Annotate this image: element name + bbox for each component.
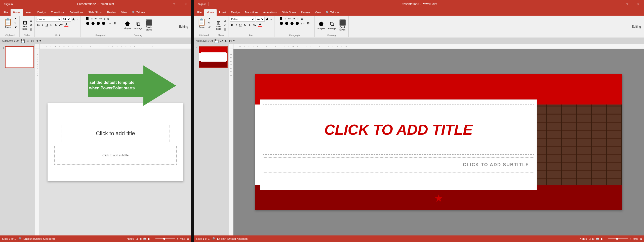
numbering-btn-left[interactable]: ≡ bbox=[90, 17, 93, 21]
tab-tellme-left[interactable]: 🔍 Tell me bbox=[130, 9, 148, 16]
normal-view-right[interactable]: ⊟ bbox=[588, 237, 591, 240]
font-family-select-left[interactable]: Calibri bbox=[36, 17, 61, 22]
window-minimize-right[interactable]: ─ bbox=[609, 0, 621, 8]
align-right-btn-right[interactable]: ⬤ bbox=[290, 21, 294, 25]
tab-design-left[interactable]: Design bbox=[35, 9, 49, 16]
indent-dec-btn-right[interactable]: ⇤ bbox=[288, 17, 292, 21]
zoom-in-right[interactable]: + bbox=[630, 237, 631, 240]
tab-view-right[interactable]: View bbox=[312, 9, 324, 16]
qat-more-left[interactable]: ▾ bbox=[39, 39, 41, 43]
zoom-slider-right[interactable] bbox=[608, 238, 628, 239]
bold-btn-left[interactable]: B bbox=[36, 23, 41, 27]
quick-styles-btn-right[interactable]: ⬛ Quick Styles bbox=[338, 19, 347, 32]
columns-btn-left[interactable]: ⧉ bbox=[106, 17, 110, 21]
align-left-btn-left[interactable]: ⬤ bbox=[85, 21, 90, 25]
tab-home-left[interactable]: Home bbox=[11, 9, 23, 16]
underline-btn-left[interactable]: U bbox=[45, 23, 49, 27]
slide-layout-btn-right[interactable]: ⊟ bbox=[223, 19, 227, 23]
indent-dec-btn-left[interactable]: ⇤ bbox=[94, 17, 98, 21]
tab-view-left[interactable]: View bbox=[119, 9, 130, 16]
font-color-btn-left[interactable]: A bbox=[64, 22, 69, 27]
sign-in-button-right[interactable]: Sign in bbox=[196, 2, 209, 6]
tab-transitions-right[interactable]: Transitions bbox=[242, 9, 261, 16]
save-btn-left[interactable]: 💾 bbox=[21, 39, 25, 43]
align-right-btn-left[interactable]: ⬤ bbox=[96, 21, 101, 25]
align-center-btn-right[interactable]: ⬤ bbox=[284, 21, 289, 25]
text-dir-btn-right[interactable]: ↕ bbox=[297, 17, 300, 20]
numbering-btn-right[interactable]: ≡ bbox=[284, 17, 287, 21]
font-size-select-left[interactable]: 24 bbox=[62, 17, 71, 22]
justify-btn-right[interactable]: ⬤ bbox=[295, 21, 300, 25]
font-size-down-right[interactable]: a bbox=[270, 17, 273, 21]
save-btn-right[interactable]: 💾 bbox=[214, 39, 219, 43]
qat-more-right[interactable]: ▾ bbox=[233, 39, 235, 43]
font-color-btn-right[interactable]: A bbox=[258, 22, 262, 27]
zoom-out-right[interactable]: ─ bbox=[605, 237, 607, 240]
shapes-btn-right[interactable]: ⬟ Shapes bbox=[316, 20, 326, 30]
underline-btn-right[interactable]: U bbox=[238, 23, 243, 27]
text-dir-btn-left[interactable]: ↕ bbox=[103, 17, 106, 20]
tab-home-right[interactable]: Home bbox=[204, 9, 217, 16]
tab-transitions-left[interactable]: Transitions bbox=[49, 9, 67, 16]
smartart-btn-right[interactable]: ⊞ bbox=[306, 21, 310, 25]
slide-reset-btn-right[interactable]: ↺ bbox=[223, 23, 227, 27]
tab-animations-left[interactable]: Animations bbox=[67, 9, 86, 16]
tab-insert-right[interactable]: Insert bbox=[217, 9, 229, 16]
tab-file-left[interactable]: File bbox=[1, 9, 11, 16]
tab-tellme-right[interactable]: 🔍 Tell me bbox=[323, 9, 341, 16]
window-maximize-left[interactable]: □ bbox=[168, 0, 180, 8]
subtitle-text-box-right[interactable]: CLICK TO ADD SUBTITLE bbox=[263, 157, 534, 172]
title-placeholder-left[interactable]: Click to add title bbox=[61, 125, 170, 142]
slideshow-view-right[interactable]: ▶ bbox=[601, 237, 603, 240]
text-shadow-btn-right[interactable]: S bbox=[248, 23, 251, 26]
align-left-btn-right[interactable]: ⬤ bbox=[279, 21, 284, 25]
slide-section-btn-right[interactable]: ▤ bbox=[223, 27, 227, 31]
subtitle-placeholder-left[interactable]: Click to add subtitle bbox=[54, 146, 177, 165]
paste-button-left[interactable]: 📋 Paste bbox=[3, 17, 13, 33]
presenter-btn-right[interactable]: ⊡ bbox=[229, 39, 232, 43]
paste-button-right[interactable]: 📋 Paste bbox=[196, 17, 207, 33]
tab-slideshow-left[interactable]: Slide Show bbox=[86, 9, 105, 16]
font-size-up-left[interactable]: A bbox=[71, 17, 75, 21]
tab-slideshow-right[interactable]: Slide Show bbox=[279, 9, 298, 16]
zoom-out-left[interactable]: ─ bbox=[152, 237, 154, 240]
normal-view-left[interactable]: ⊟ bbox=[136, 237, 138, 240]
zoom-in-left[interactable]: + bbox=[177, 237, 178, 240]
text-shadow-btn-left[interactable]: S bbox=[54, 23, 58, 26]
indent-inc-btn-left[interactable]: ⇥ bbox=[98, 17, 102, 21]
italic-btn-right[interactable]: I bbox=[235, 23, 238, 27]
justify-btn-left[interactable]: ⬤ bbox=[101, 21, 106, 25]
undo-btn-right[interactable]: ↩ bbox=[220, 39, 223, 43]
new-slide-button-left[interactable]: ⊞ New Slide bbox=[21, 19, 29, 31]
tab-insert-left[interactable]: Insert bbox=[23, 9, 35, 16]
line-spacing-btn-right[interactable]: ↕↔ bbox=[300, 21, 306, 25]
char-spacing-btn-right[interactable]: AV bbox=[252, 23, 258, 26]
slide-sorter-left[interactable]: ⊞ bbox=[139, 237, 142, 240]
cut-button-right[interactable]: ✂ bbox=[208, 17, 212, 20]
bullets-btn-left[interactable]: ☰ bbox=[85, 17, 90, 21]
line-spacing-btn-left[interactable]: ↕↔ bbox=[106, 21, 112, 25]
copy-button-right[interactable]: ⧉ bbox=[208, 21, 212, 25]
window-close-left[interactable]: ✕ bbox=[180, 0, 191, 8]
redo-btn-right[interactable]: ↻ bbox=[225, 39, 228, 43]
copy-button-left[interactable]: ⧉ bbox=[14, 21, 18, 25]
window-minimize-left[interactable]: ─ bbox=[156, 0, 168, 8]
undo-btn-left[interactable]: ↩ bbox=[26, 39, 29, 43]
slide-layout-btn[interactable]: ⊟ bbox=[29, 19, 33, 23]
language-left[interactable]: English (United Kingdom) bbox=[23, 237, 55, 240]
shapes-btn-left[interactable]: ⬟ Shapes bbox=[123, 20, 132, 30]
bold-btn-right[interactable]: B bbox=[230, 23, 234, 27]
strikethrough-btn-right[interactable]: S̶ bbox=[243, 23, 247, 27]
font-size-up-right[interactable]: A bbox=[265, 17, 269, 21]
font-size-down-left[interactable]: a bbox=[76, 17, 79, 21]
italic-btn-left[interactable]: I bbox=[41, 23, 44, 27]
notes-btn-left[interactable]: Notes bbox=[127, 237, 134, 240]
slide-sorter-right[interactable]: ⊞ bbox=[592, 237, 594, 240]
slideshow-view-left[interactable]: ▶ bbox=[148, 237, 150, 240]
notes-btn-right[interactable]: Notes bbox=[580, 237, 587, 240]
align-center-btn-left[interactable]: ⬤ bbox=[91, 21, 95, 25]
accessibility-icon-left[interactable]: 🔎 bbox=[18, 237, 21, 240]
accessibility-icon-right[interactable]: 🔎 bbox=[212, 237, 215, 240]
slide-canvas-left[interactable]: Click to add title Click to add subtitle bbox=[48, 103, 183, 181]
columns-btn-right[interactable]: ⧉ bbox=[300, 17, 304, 21]
